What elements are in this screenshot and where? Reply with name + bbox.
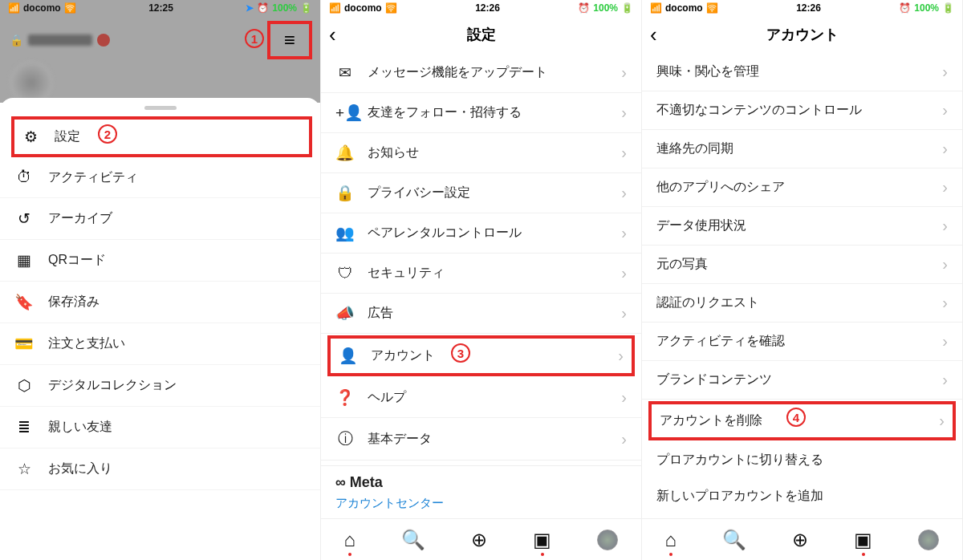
row-label: セキュリティ [368,265,445,282]
meta-section: ∞ Meta アカウントセンター [321,465,641,511]
row-about[interactable]: ⓘ基本データ› [321,418,641,461]
row-notifications[interactable]: 🔔お知らせ› [321,133,641,173]
chevron-right-icon: › [942,63,948,81]
annotation-4: 4 [786,408,806,427]
dimmed-profile-header: 🔒 ≡ 1 [0,16,320,103]
signal-icon: 📶 [8,2,20,14]
tab-search[interactable]: 🔍 [401,529,425,551]
tab-bar: ⌂ 🔍 ⊕ ▣ [321,518,641,560]
row-security[interactable]: 🛡セキュリティ› [321,254,641,294]
menu-item-activity[interactable]: ⏱ アクティビティ [0,157,320,198]
row-label: 認証のリクエスト [656,294,759,311]
chevron-right-icon: › [621,63,627,82]
row-branded-content[interactable]: ブランドコンテンツ› [642,361,962,400]
row-label: 基本データ [368,431,432,448]
annotation-3: 3 [451,343,470,363]
row-label: アカウント [371,347,435,364]
tab-search[interactable]: 🔍 [722,529,746,551]
menu-item-archive[interactable]: ↺ アーカイブ [0,198,320,240]
page-title: 設定 [467,25,496,44]
chevron-right-icon: › [942,217,948,235]
row-label: 連絡先の同期 [656,140,733,157]
tab-reels[interactable]: ▣ [533,529,551,551]
sheet-grabber[interactable] [144,106,177,110]
row-sensitive-content[interactable]: 不適切なコンテンツのコントロール› [642,91,962,130]
card-icon: 💳 [14,335,34,353]
menu-item-saved[interactable]: 🔖 保存済み [0,282,320,323]
row-review-activity[interactable]: アクティビティを確認› [642,323,962,361]
row-help[interactable]: ❓ヘルプ› [321,378,641,418]
row-label: ペアレンタルコントロール [368,225,522,241]
menu-label: QRコード [48,252,106,269]
battery-icon: 🔋 [300,2,312,14]
row-add-pro-account[interactable]: 新しいプロアカウントを追加 [642,478,962,514]
back-button[interactable]: ‹ [650,22,657,47]
menu-item-settings[interactable]: ⚙ 設定 [11,116,312,157]
family-icon: 👥 [335,224,355,242]
chevron-right-icon: › [942,332,948,351]
chevron-right-icon: › [942,255,948,274]
menu-item-close-friends[interactable]: ≣ 親しい友達 [0,407,320,448]
row-account[interactable]: 👤アカウント › [327,335,635,376]
row-contacts-sync[interactable]: 連絡先の同期› [642,130,962,168]
annotation-frame-1 [267,21,312,59]
alarm-icon: ⏰ [578,2,590,14]
chevron-right-icon: › [621,264,627,282]
settings-list: ✉メッセージ機能をアップデート› +👤友達をフォロー・招待する› 🔔お知らせ› … [321,53,641,518]
shield-icon: 🛡 [335,265,355,282]
menu-item-qr[interactable]: ▦ QRコード [0,240,320,282]
tab-profile[interactable] [597,530,618,550]
chevron-right-icon: › [621,184,627,202]
row-switch-pro-account[interactable]: プロアカウントに切り替える [642,442,962,478]
chevron-right-icon: › [939,412,945,430]
username-area: 🔒 [10,34,110,47]
menu-label: アーカイブ [48,210,112,227]
tab-home[interactable]: ⌂ [665,529,677,551]
row-request-verification[interactable]: 認証のリクエスト› [642,284,962,323]
wifi-icon: 🛜 [706,2,718,14]
row-original-photos[interactable]: 元の写真› [642,246,962,284]
row-label: アクティビティを確認 [656,333,785,350]
menu-item-orders[interactable]: 💳 注文と支払い [0,323,320,365]
tab-bar: ⌂ 🔍 ⊕ ▣ [642,518,962,560]
row-label: 新しいプロアカウントを追加 [656,488,823,505]
signal-icon: 📶 [650,2,662,14]
chevron-right-icon: › [621,304,627,323]
row-privacy[interactable]: 🔒プライバシー設定› [321,173,641,213]
menu-item-digital-collection[interactable]: ⬡ デジタルコレクション [0,365,320,407]
row-invite-friends[interactable]: +👤友達をフォロー・招待する› [321,93,641,133]
tab-home[interactable]: ⌂ [344,529,356,551]
menu-item-favorites[interactable]: ☆ お気に入り [0,448,320,490]
list-star-icon: ≣ [14,418,34,436]
row-data-usage[interactable]: データ使用状況› [642,207,962,246]
activity-icon: ⏱ [14,168,34,186]
chevron-right-icon: › [621,144,627,162]
tab-create[interactable]: ⊕ [471,529,487,551]
row-interests[interactable]: 興味・関心を管理› [642,53,962,91]
row-share-other-apps[interactable]: 他のアプリへのシェア› [642,168,962,207]
tab-create[interactable]: ⊕ [792,529,808,551]
megaphone-icon: 📣 [335,304,355,323]
row-message-update[interactable]: ✉メッセージ機能をアップデート› [321,53,641,93]
add-user-icon: +👤 [335,103,355,122]
row-label: 他のアプリへのシェア [656,179,785,196]
lock-icon: 🔒 [335,184,355,202]
row-parental[interactable]: 👥ペアレンタルコントロール› [321,213,641,254]
annotation-2: 2 [98,124,117,144]
lock-icon: 🔒 [10,34,23,47]
screen-2-settings: 📶 docomo 🛜 12:26 ⏰ 100% 🔋 ‹ 設定 ✉メッセージ機能を… [321,0,642,560]
alarm-icon: ⏰ [899,2,911,14]
row-label: 元の写真 [656,256,708,273]
accounts-center-link[interactable]: アカウントセンター [335,496,627,511]
account-list: 興味・関心を管理› 不適切なコンテンツのコントロール› 連絡先の同期› 他のアプ… [642,53,962,518]
back-button[interactable]: ‹ [329,22,336,47]
carrier: docomo [23,2,61,14]
row-ads[interactable]: 📣広告› [321,294,641,334]
row-label: 広告 [368,305,393,322]
status-time: 12:26 [475,2,500,14]
meta-logo: ∞ Meta [335,474,627,491]
person-circle-icon: 👤 [339,347,358,365]
tab-reels[interactable]: ▣ [854,529,872,551]
battery-pct: 100% [593,2,618,14]
tab-profile[interactable] [918,530,939,550]
